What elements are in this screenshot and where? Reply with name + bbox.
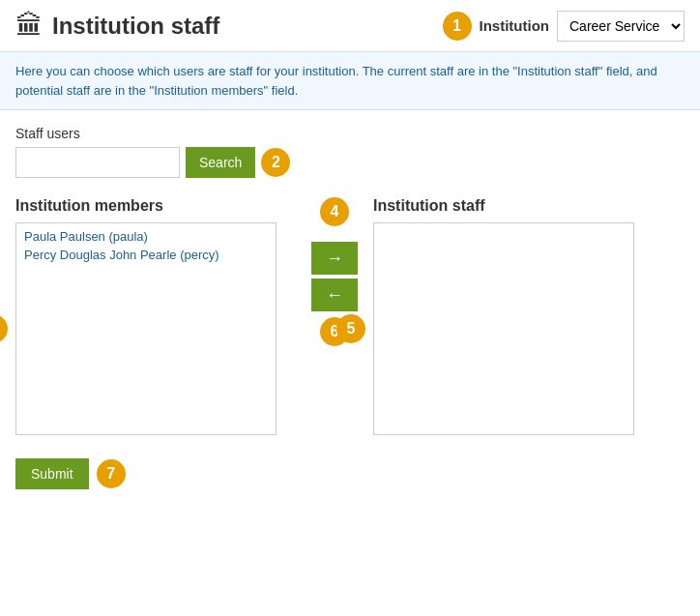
staff-heading: Institution staff [373,197,654,215]
members-column: Institution members 3 Paula Paulsen (pau… [15,197,296,435]
submit-row: Submit 7 [15,458,685,489]
main-content: Staff users Search 2 Institution members… [0,110,700,505]
header: 🏛 Institution staff 1 Institution Career… [0,0,700,52]
institution-icon: 🏛 [15,10,43,42]
transfer-right-button[interactable]: → [311,242,358,275]
search-button[interactable]: Search [186,147,255,178]
lists-area: Institution members 3 Paula Paulsen (pau… [15,197,685,435]
badge-2: 2 [261,148,290,177]
page-title: Institution staff [52,13,219,40]
badge-7: 7 [97,459,126,488]
badge-3: 3 [0,314,8,343]
list-item[interactable]: Percy Douglas John Pearle (percy) [20,246,272,264]
staff-users-label: Staff users [15,126,685,141]
members-heading: Institution members [15,197,296,215]
transfer-buttons: → ← [311,242,358,311]
search-input[interactable] [15,147,180,178]
submit-button[interactable]: Submit [15,458,89,489]
transfer-left-button[interactable]: ← [311,279,358,311]
header-right: 1 Institution Career Service [443,11,685,42]
header-title-area: 🏛 Institution staff [15,10,443,42]
badge-5: 5 [336,314,365,343]
institution-select[interactable]: Career Service [557,11,685,42]
list-item[interactable]: Paula Paulsen (paula) [20,227,272,246]
staff-column: Institution staff 5 [373,197,654,435]
members-list-box[interactable]: Paula Paulsen (paula) Percy Douglas John… [15,222,277,435]
staff-list-box[interactable] [373,222,634,435]
info-text: Here you can choose which users are staf… [15,64,657,98]
institution-label: Institution [480,17,549,34]
badge-4: 4 [320,197,349,226]
search-row: Search 2 [15,147,685,178]
badge-1: 1 [443,12,472,41]
info-bar: Here you can choose which users are staf… [0,52,700,110]
